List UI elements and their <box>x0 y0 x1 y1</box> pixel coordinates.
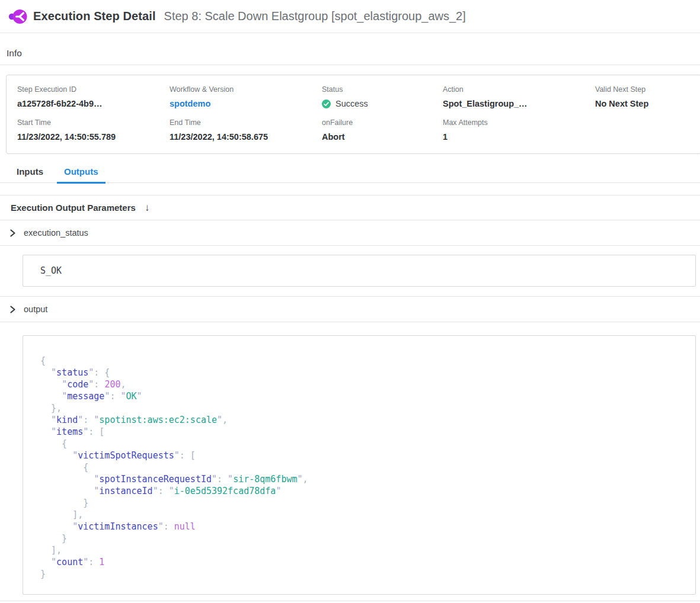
info-field-label: Valid Next Step <box>595 85 700 94</box>
code-line: { <box>40 355 683 367</box>
output-code: { "status": { "code": 200, "message": "O… <box>40 355 683 580</box>
code-line: ], <box>40 509 683 521</box>
execution-step-detail-page: Execution Step Detail Step 8: Scale Down… <box>0 0 700 603</box>
param-row-output[interactable]: output <box>0 297 700 322</box>
info-field-workflow-version: Workflow & Versionspotdemo <box>170 85 322 108</box>
code-line: { <box>40 438 683 450</box>
info-field-value: Success <box>322 99 443 108</box>
param-name: output <box>24 304 47 314</box>
outputs-section-title: Execution Output Parameters <box>11 203 136 213</box>
info-field-label: Workflow & Version <box>170 85 322 94</box>
code-line: "victimSpotRequests": [ <box>40 450 683 461</box>
info-field-value: 11/23/2022, 14:50:58.675 <box>170 132 322 142</box>
execution-status-value: S_OK <box>23 255 696 287</box>
info-field-label: Step Execution ID <box>17 85 170 94</box>
output-code-box: { "status": { "code": 200, "message": "O… <box>23 335 696 595</box>
info-field-value: Abort <box>322 132 443 142</box>
info-field-label: Max Attempts <box>443 118 595 127</box>
info-field-value: 1 <box>443 132 595 142</box>
code-line: "count": 1 <box>40 556 683 568</box>
code-line: "message": "OK" <box>40 390 683 402</box>
param-output: output { "status": { "code": 200, "messa… <box>0 297 700 601</box>
download-icon[interactable]: ↓ <box>145 203 150 213</box>
info-section-label: Info <box>7 48 700 59</box>
info-field-label: Action <box>443 85 595 94</box>
code-line: "kind": "spotinst:aws:ec2:scale", <box>40 414 683 426</box>
info-grid: Step Execution IDa125728f-6b22-4b9…Workf… <box>6 75 700 154</box>
page-header: Execution Step Detail Step 8: Scale Down… <box>0 0 700 33</box>
tab-outputs[interactable]: Outputs <box>57 166 106 184</box>
page-title: Execution Step Detail <box>33 9 156 23</box>
info-field-value[interactable]: spotdemo <box>170 99 322 108</box>
page-subtitle: Step 8: Scale Down Elastgroup [spot_elas… <box>164 9 466 23</box>
code-line: "status": { <box>40 367 683 379</box>
info-field-max-attempts: Max Attempts1 <box>443 118 595 142</box>
info-field-value: a125728f-6b22-4b9… <box>17 99 170 108</box>
code-line: "items": [ <box>40 426 683 438</box>
param-row-execution-status[interactable]: execution_status <box>0 220 700 246</box>
info-field-step-execution-id: Step Execution IDa125728f-6b22-4b9… <box>17 85 170 108</box>
info-field-action: ActionSpot_Elastigroup_… <box>443 85 595 108</box>
tab-inputs[interactable]: Inputs <box>9 166 50 184</box>
divider <box>0 65 700 65</box>
info-field-value: Spot_Elastigroup_… <box>443 99 595 108</box>
info-field-value: No Next Step <box>595 99 700 108</box>
code-line: { <box>40 461 683 473</box>
code-line: "code": 200, <box>40 379 683 390</box>
tabbar: Inputs Outputs <box>0 166 700 183</box>
outputs-section-header: Execution Output Parameters ↓ <box>0 195 700 220</box>
code-line: } <box>40 533 683 544</box>
info-field-label: End Time <box>170 118 322 127</box>
chevron-right-icon <box>9 229 16 237</box>
status-text: Success <box>335 99 368 108</box>
param-execution-status: execution_status S_OK <box>0 220 700 297</box>
info-field-label: Start Time <box>17 118 170 127</box>
code-line: ], <box>40 544 683 556</box>
code-line: }, <box>40 402 683 414</box>
code-line: "instanceId": "i-0e5d5392fcad78dfa" <box>40 485 683 497</box>
code-line: } <box>40 497 683 509</box>
info-field-status: StatusSuccess <box>322 85 443 108</box>
spot-logo-icon <box>8 7 27 26</box>
info-field-start-time: Start Time11/23/2022, 14:50:55.789 <box>17 118 170 142</box>
code-line: "spotInstanceRequestId": "sir-8qm6fbwm", <box>40 473 683 485</box>
info-field-onfailure: onFailureAbort <box>322 118 443 142</box>
chevron-right-icon <box>9 306 16 313</box>
info-field-end-time: End Time11/23/2022, 14:50:58.675 <box>170 118 322 142</box>
info-field-label: Status <box>322 85 443 94</box>
code-line: "victimInstances": null <box>40 521 683 533</box>
info-field-value: 11/23/2022, 14:50:55.789 <box>17 132 170 142</box>
code-line: } <box>40 568 683 580</box>
info-field-label: onFailure <box>322 118 443 127</box>
param-name: execution_status <box>24 228 88 238</box>
info-field-valid-next-step: Valid Next StepNo Next Step <box>595 85 700 108</box>
success-icon <box>322 100 331 108</box>
